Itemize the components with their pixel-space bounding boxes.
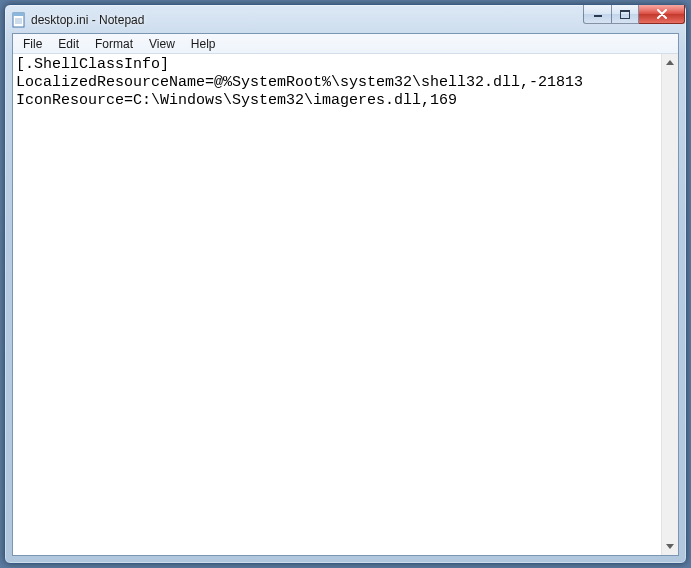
scrollbar-track[interactable] xyxy=(662,71,678,538)
titlebar[interactable]: desktop.ini - Notepad xyxy=(5,5,686,33)
text-editor[interactable] xyxy=(13,54,661,555)
editor-wrap xyxy=(13,54,678,555)
chevron-up-icon xyxy=(666,60,674,65)
minimize-button[interactable] xyxy=(583,5,611,24)
close-button[interactable] xyxy=(639,5,685,24)
menubar: File Edit Format View Help xyxy=(13,34,678,54)
menu-file[interactable]: File xyxy=(15,35,50,53)
menu-help[interactable]: Help xyxy=(183,35,224,53)
vertical-scrollbar[interactable] xyxy=(661,54,678,555)
notepad-window: desktop.ini - Notepad File Edit Format V… xyxy=(4,4,687,564)
svg-rect-1 xyxy=(13,13,24,16)
scroll-down-button[interactable] xyxy=(662,538,678,555)
chevron-down-icon xyxy=(666,544,674,549)
svg-rect-7 xyxy=(620,10,630,12)
maximize-button[interactable] xyxy=(611,5,639,24)
client-area: File Edit Format View Help xyxy=(12,33,679,556)
scroll-up-button[interactable] xyxy=(662,54,678,71)
window-controls xyxy=(583,5,685,24)
notepad-icon xyxy=(11,12,27,28)
menu-edit[interactable]: Edit xyxy=(50,35,87,53)
menu-format[interactable]: Format xyxy=(87,35,141,53)
menu-view[interactable]: View xyxy=(141,35,183,53)
svg-rect-5 xyxy=(594,15,602,17)
